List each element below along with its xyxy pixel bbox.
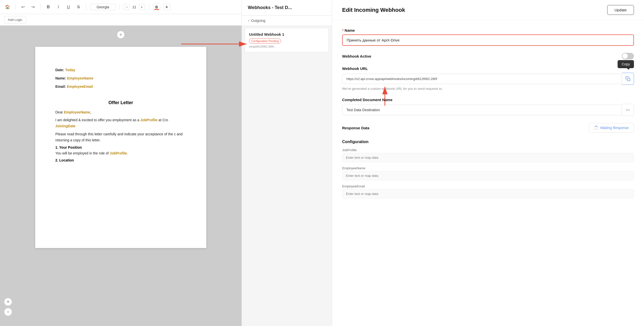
font-size-value: 11 <box>131 5 138 9</box>
webhooks-header: Webhooks - Test D... <box>242 0 332 16</box>
font-selector[interactable]: Georgia <box>90 4 115 10</box>
webhooks-panel: Webhooks - Test D... ↑ Outgoing Untitled… <box>242 0 332 326</box>
webhook-active-toggle[interactable] <box>622 53 634 59</box>
completed-doc-name-section: Completed Document Name <> <box>342 98 634 116</box>
toggle-knob <box>622 53 628 59</box>
divider-1 <box>15 4 15 10</box>
update-button[interactable]: Update <box>607 5 634 15</box>
webhook-url-label: Webhook URL <box>342 66 634 71</box>
copy-url-button[interactable] <box>622 73 634 85</box>
name-value: EmployeeName <box>67 76 93 80</box>
offer-letter-title: Offer Letter <box>55 100 186 105</box>
svg-rect-0 <box>627 78 630 81</box>
webhook-url-row: Copy <box>342 73 634 85</box>
divider-4 <box>119 4 120 10</box>
webhook-url-hint: We've generated a custom webhook URL for… <box>342 87 634 91</box>
italic-icon[interactable]: I <box>55 4 62 11</box>
completed-name-label: Completed Document Name <box>342 98 634 102</box>
date-row: Date: Today <box>55 67 186 73</box>
required-indicator: * <box>342 28 344 32</box>
section1-text: You will be employed in the role of JobP… <box>55 150 186 156</box>
zoom-out-button[interactable]: − <box>4 308 12 316</box>
webhook-active-row: Webhook Active <box>342 53 634 59</box>
font-size-control: − 11 + <box>124 4 145 10</box>
bold-icon[interactable]: B <box>45 4 52 11</box>
response-data-row: Response Data Waiting Response <box>342 123 634 133</box>
panel-title: Edit Incoming Webhook <box>342 7 405 13</box>
joining-date: JoiningDate <box>55 124 75 128</box>
right-panel-header: Edit Incoming Webhook Update <box>332 0 644 20</box>
divider-5 <box>149 4 149 10</box>
zoom-in-button[interactable]: + <box>4 298 12 306</box>
code-button[interactable]: <> <box>622 104 634 116</box>
employee-email-label: EmployeeEmail <box>342 184 634 188</box>
divider-2 <box>41 4 41 10</box>
webhook-active-label: Webhook Active <box>342 54 371 58</box>
arrow-up-icon: ↑ <box>248 19 250 23</box>
completed-name-input[interactable] <box>342 105 622 115</box>
webhook-url-section: Webhook URL Copy We've generated a custo… <box>342 66 634 91</box>
copy-tooltip: Copy <box>618 60 634 68</box>
job-profile-label: JobProfile <box>342 148 634 152</box>
editor-toolbar: 🏠 ↩ ↪ B I U S Georgia − 11 + B A <box>0 0 242 14</box>
webhook-item-title: Untitled Webhook 1 <box>249 32 325 36</box>
employee-name-label: EmployeeName <box>342 166 634 170</box>
document-editor: 🏠 ↩ ↪ B I U S Georgia − 11 + B A Add Log… <box>0 0 242 326</box>
body1-paragraph: I am delighted & excited to offer you em… <box>55 117 186 129</box>
name-field-group: * Name <box>342 28 634 46</box>
add-block-button[interactable]: + <box>117 31 125 39</box>
home-icon[interactable]: 🏠 <box>4 4 11 11</box>
job-profile-field: JobProfile <box>342 148 634 162</box>
employee-name-field: EmployeeName <box>342 166 634 180</box>
highlight-color-btn[interactable]: A <box>163 4 170 11</box>
configuration-section: Configuration JobProfile EmployeeName Em… <box>342 140 634 198</box>
edit-webhook-panel: Edit Incoming Webhook Update * Name Webh… <box>332 0 644 326</box>
body2-paragraph: Please read through this letter carefull… <box>55 131 186 143</box>
right-panel-body: * Name Webhook Active Webhook URL <box>332 20 644 211</box>
strikethrough-icon[interactable]: S <box>75 4 82 11</box>
webhook-url-input[interactable] <box>342 74 622 84</box>
waiting-response-text: Waiting Response <box>600 126 629 130</box>
webhook-list-item[interactable]: Untitled Webhook 1 Configuration Pending… <box>245 28 329 52</box>
job-profile-1: JobProfile <box>140 118 157 122</box>
zoom-controls: + − <box>4 298 12 316</box>
configuration-title: Configuration <box>342 140 634 144</box>
increase-font-btn[interactable]: + <box>139 4 145 10</box>
document-area: + Date: Today Name: EmployeeName Email: … <box>0 26 242 326</box>
outgoing-button[interactable]: ↑ Outgoing <box>242 16 332 26</box>
document-content: Date: Today Name: EmployeeName Email: Em… <box>55 67 186 162</box>
name-label: * Name <box>342 28 634 32</box>
dear-name: EmployeeName <box>64 110 90 114</box>
spinner-icon <box>594 126 598 130</box>
add-logic-button[interactable]: Add Logic <box>4 16 26 23</box>
email-value: EmployeeEmail <box>67 85 93 89</box>
waiting-response-status: Waiting Response <box>589 123 634 133</box>
response-data-label: Response Data <box>342 126 369 130</box>
config-pending-badge: Configuration Pending <box>249 38 281 44</box>
completed-name-row: <> <box>342 104 634 116</box>
date-value: Today <box>65 68 75 72</box>
section2-title: 2. Location <box>55 158 186 162</box>
underline-icon[interactable]: U <box>65 4 72 11</box>
name-row: Name: EmployeeName <box>55 75 186 82</box>
employee-email-field: EmployeeEmail <box>342 184 634 198</box>
name-input[interactable] <box>342 34 634 46</box>
section1-title: 1. Your Position <box>55 145 186 149</box>
employee-email-input[interactable] <box>342 189 634 198</box>
undo-icon[interactable]: ↩ <box>19 4 26 11</box>
doc-meta: Date: Today Name: EmployeeName Email: Em… <box>55 67 186 90</box>
job-profile-input[interactable] <box>342 153 634 162</box>
redo-icon[interactable]: ↪ <box>29 4 36 11</box>
webhook-url-preview: ming/b612f062-280f... <box>249 45 325 48</box>
document-page: Date: Today Name: EmployeeName Email: Em… <box>35 47 206 248</box>
job-profile-2: JobProfile. <box>110 151 128 155</box>
employee-name-input[interactable] <box>342 171 634 180</box>
decrease-font-btn[interactable]: − <box>124 4 130 10</box>
divider-3 <box>86 4 86 10</box>
dear-paragraph: Dear EmployeeName, <box>55 109 186 115</box>
email-row: Email: EmployeeEmail <box>55 84 186 90</box>
text-color-btn[interactable]: B <box>153 4 160 11</box>
outgoing-label: Outgoing <box>251 19 265 23</box>
